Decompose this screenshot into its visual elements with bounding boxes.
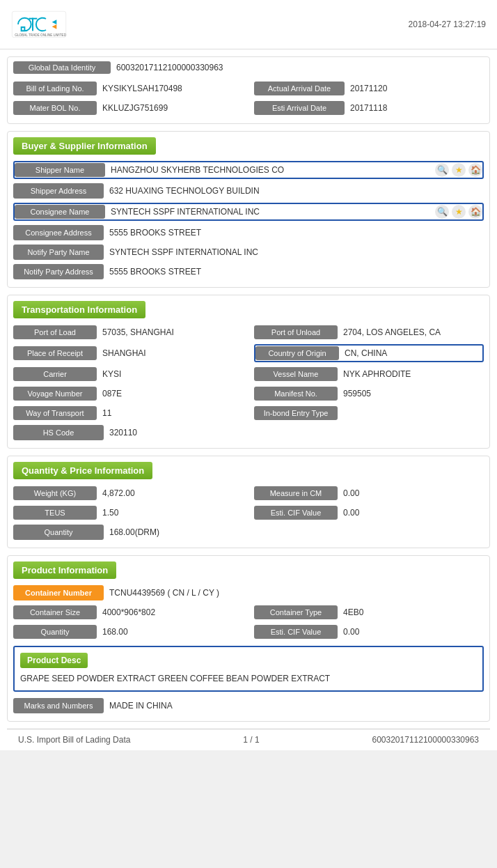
mater-bol-label: Mater BOL No.	[13, 101, 97, 115]
container-number-row: Container Number TCNU4439569 ( CN / L / …	[8, 583, 489, 603]
marks-value: MADE IN CHINA	[104, 698, 484, 713]
container-number-label: Container Number	[13, 585, 104, 600]
inbond-value	[338, 410, 484, 416]
quantity-row: Quantity 168.00(DRM)	[8, 522, 489, 542]
place-receipt-col: Place of Receipt SHANGHAI	[8, 342, 248, 364]
hs-code-label: HS Code	[13, 425, 104, 440]
product-qty-label: Quantity	[13, 625, 97, 639]
container-type-col: Container Type 4EB0	[248, 603, 489, 622]
bol-col: Bill of Lading No. KYSIKYLSAH170498	[8, 79, 248, 98]
container-size-value: 4000*906*802	[97, 605, 243, 620]
shipper-name-value: HANGZHOU SKYHERB TECHNOLOGIES CO	[105, 162, 429, 178]
shipper-address-row: Shipper Address 632 HUAXING TECHNOLOGY B…	[8, 181, 489, 201]
teus-label: TEUS	[13, 506, 97, 520]
place-receipt-value: SHANGHAI	[97, 346, 243, 361]
teus-value: 1.50	[97, 505, 243, 520]
notify-party-name-value: SYNTECH SSPF INTERNATIONAL INC	[104, 245, 484, 260]
carrier-col: Carrier KYSI	[8, 364, 248, 384]
footer: U.S. Import Bill of Lading Data 1 / 1 60…	[7, 729, 490, 750]
manifest-label: Manifest No.	[254, 387, 338, 401]
port-unload-col: Port of Unload 2704, LOS ANGELES, CA	[248, 323, 489, 342]
buyer-supplier-card: Buyer & Supplier Information Shipper Nam…	[7, 131, 490, 288]
product-qty-cif-row: Quantity 168.00 Esti. CIF Value 0.00	[8, 622, 489, 642]
gtc-logo: GLOBAL TRADE ONLINE LIMITED	[11, 7, 67, 42]
actual-arrival-value: 20171120	[345, 81, 484, 96]
quantity-value: 168.00(DRM)	[104, 525, 484, 540]
carrier-vessel-row: Carrier KYSI Vessel Name NYK APHRODITE	[8, 364, 489, 384]
port-row: Port of Load 57035, SHANGHAI Port of Unl…	[8, 323, 489, 342]
place-receipt-label: Place of Receipt	[13, 346, 97, 360]
mater-bol-value: KKLUZJG751699	[97, 100, 243, 116]
voyage-value: 087E	[97, 386, 243, 401]
way-inbond-row: Way of Transport 11 In-bond Entry Type	[8, 403, 489, 423]
carrier-value: KYSI	[97, 366, 243, 382]
transportation-title: Transportation Information	[13, 301, 145, 318]
carrier-label: Carrier	[13, 367, 97, 381]
star-icon[interactable]: ★	[452, 205, 466, 219]
port-load-col: Port of Load 57035, SHANGHAI	[8, 323, 248, 342]
timestamp: 2018-04-27 13:27:19	[409, 20, 486, 29]
container-type-value: 4EB0	[338, 605, 484, 620]
product-desc-box: Product Desc GRAPE SEED POWDER EXTRACT G…	[13, 646, 484, 692]
voyage-manifest-row: Voyage Number 087E Manifest No. 959505	[8, 384, 489, 403]
container-size-type-row: Container Size 4000*906*802 Container Ty…	[8, 603, 489, 622]
star-icon[interactable]: ★	[452, 163, 466, 177]
consignee-name-value: SYNTECH SSPF INTERNATIONAL INC	[105, 204, 429, 219]
transportation-card: Transportation Information Port of Load …	[7, 295, 490, 449]
mater-bol-col: Mater BOL No. KKLUZJG751699	[8, 98, 248, 118]
port-unload-label: Port of Unload	[254, 325, 338, 339]
search-icon[interactable]: 🔍	[435, 163, 449, 177]
esti-arrival-col: Esti Arrival Date 20171118	[248, 98, 489, 118]
inbond-label: In-bond Entry Type	[254, 406, 338, 420]
measure-value: 0.00	[338, 486, 484, 501]
weight-value: 4,872.00	[97, 486, 243, 501]
hs-code-row: HS Code 320110	[8, 423, 489, 442]
footer-right: 60032017112100000330963	[372, 735, 480, 745]
svg-rect-2	[32, 18, 33, 31]
manifest-value: 959505	[338, 386, 484, 401]
port-unload-value: 2704, LOS ANGELES, CA	[338, 325, 484, 340]
product-qty-value: 168.00	[97, 624, 243, 640]
consignee-address-row: Consignee Address 5555 BROOKS STREET	[8, 223, 489, 242]
hs-code-value: 320110	[104, 425, 484, 440]
home-icon[interactable]: 🏠	[468, 163, 482, 177]
weight-label: Weight (KG)	[13, 486, 97, 500]
country-origin-col: Country of Origin CN, CHINA	[248, 342, 489, 364]
buyer-supplier-title: Buyer & Supplier Information	[13, 137, 156, 155]
marks-row: Marks and Numbers MADE IN CHINA	[8, 696, 489, 715]
esti-cif-label: Esti. CIF Value	[254, 506, 338, 520]
shipper-address-label: Shipper Address	[13, 183, 104, 199]
consignee-name-icons: 🔍 ★ 🏠	[435, 205, 482, 219]
logo-area: GLOBAL TRADE ONLINE LIMITED	[11, 7, 67, 42]
home-icon[interactable]: 🏠	[468, 205, 482, 219]
notify-party-name-label: Notify Party Name	[13, 245, 104, 260]
product-cif-label: Esti. CIF Value	[254, 625, 338, 639]
port-load-label: Port of Load	[13, 325, 97, 339]
container-size-col: Container Size 4000*906*802	[8, 603, 248, 622]
product-desc-value: GRAPE SEED POWDER EXTRACT GREEN COFFEE B…	[20, 672, 477, 685]
notify-party-address-value: 5555 BROOKS STREET	[104, 264, 484, 279]
product-cif-col: Esti. CIF Value 0.00	[248, 622, 489, 642]
bol-label: Bill of Lading No.	[13, 82, 97, 95]
global-data-identity-value: 60032017112100000330963	[116, 63, 223, 72]
vessel-label: Vessel Name	[254, 367, 338, 381]
esti-arrival-label: Esti Arrival Date	[254, 101, 345, 115]
search-icon[interactable]: 🔍	[435, 205, 449, 219]
esti-cif-col: Esti. CIF Value 0.00	[248, 503, 489, 522]
header: GLOBAL TRADE ONLINE LIMITED 2018-04-27 1…	[0, 0, 497, 49]
way-transport-col: Way of Transport 11	[8, 403, 248, 423]
global-data-identity-label: Global Data Identity	[13, 61, 111, 74]
quantity-price-title: Quantity & Price Information	[13, 462, 152, 479]
weight-measure-row: Weight (KG) 4,872.00 Measure in CM 0.00	[8, 483, 489, 503]
country-origin-label: Country of Origin	[255, 346, 339, 360]
marks-label: Marks and Numbers	[13, 698, 104, 713]
top-info-card: Global Data Identity 6003201711210000033…	[7, 56, 490, 124]
page-container: GLOBAL TRADE ONLINE LIMITED 2018-04-27 1…	[0, 0, 497, 750]
country-origin-value: CN, CHINA	[339, 346, 482, 361]
inbond-col: In-bond Entry Type	[248, 403, 489, 423]
shipper-address-value: 632 HUAXING TECHNOLOGY BUILDIN	[104, 183, 484, 199]
measure-col: Measure in CM 0.00	[248, 483, 489, 503]
port-load-value: 57035, SHANGHAI	[97, 325, 243, 340]
notify-party-name-row: Notify Party Name SYNTECH SSPF INTERNATI…	[8, 242, 489, 262]
esti-arrival-value: 20171118	[345, 100, 484, 116]
